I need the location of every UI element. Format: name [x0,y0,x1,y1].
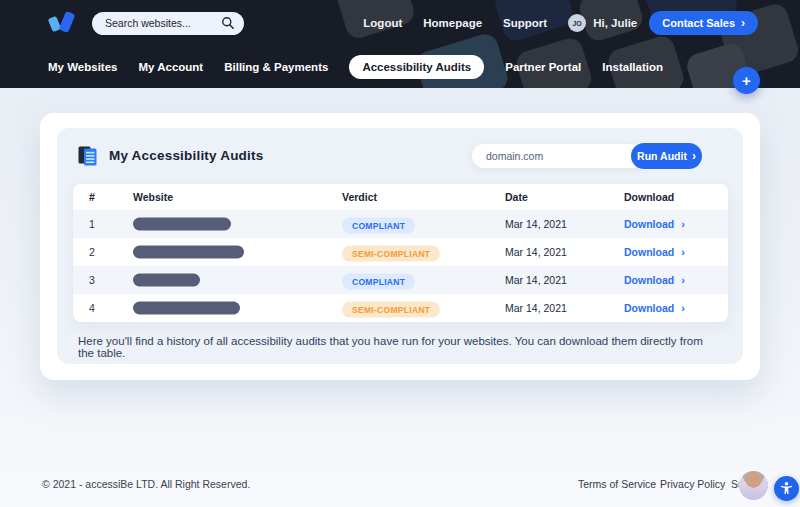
page: Logout Homepage Support JO Hi, Julie Con… [0,0,800,507]
search-input-pill[interactable] [92,12,244,35]
chevron-right-icon: › [692,150,696,162]
download-label: Download [624,246,674,258]
header-top-row: Logout Homepage Support JO Hi, Julie Con… [0,0,800,46]
chevron-right-icon: › [681,247,685,258]
audits-card-inner: My Accessibility Audits Run Audit › # We… [57,128,743,364]
nav-partner-portal[interactable]: Partner Portal [505,61,581,73]
col-download: Download [624,191,674,203]
download-label: Download [624,218,674,230]
audit-date: Mar 14, 2021 [505,274,567,286]
table-row: 3 COMPLIANT Mar 14, 2021 Download › [73,266,728,294]
col-date: Date [505,191,528,203]
privacy-policy-link[interactable]: Privacy Policy [660,478,725,490]
document-icon [77,145,99,167]
logout-link[interactable]: Logout [363,17,402,29]
chevron-right-icon: › [681,303,685,314]
website-placeholder-bar [133,246,244,259]
row-number: 1 [89,218,95,230]
search-icon [221,16,235,30]
nav-billing-payments[interactable]: Billing & Payments [224,61,328,73]
support-agent-avatar[interactable] [739,471,768,500]
nav-accessibility-audits[interactable]: Accessibility Audits [349,55,484,79]
terms-of-service-link[interactable]: Terms of Service [578,478,656,490]
audits-description: Here you'll find a history of all access… [78,335,715,359]
table-row: 1 COMPLIANT Mar 14, 2021 Download › [73,210,728,238]
col-verdict: Verdict [342,191,377,203]
user-greeting: Hi, Julie [593,17,637,29]
chevron-right-icon: › [681,275,685,286]
contact-sales-label: Contact Sales [662,17,735,29]
download-link[interactable]: Download › [624,274,685,286]
verdict-badge: SEMI-COMPLIANT [342,246,440,262]
chevron-right-icon: › [741,17,745,29]
website-placeholder-bar [133,274,200,287]
accessibility-person-icon [778,480,795,497]
download-link[interactable]: Download › [624,218,685,230]
row-number: 4 [89,302,95,314]
page-title: My Accessibility Audits [109,148,263,163]
verdict-badge: COMPLIANT [342,218,415,234]
website-placeholder-bar [133,218,231,231]
table-row: 2 SEMI-COMPLIANT Mar 14, 2021 Download › [73,238,728,266]
run-audit-controls: Run Audit › [472,143,702,169]
audit-date: Mar 14, 2021 [505,302,567,314]
header-links: Logout Homepage Support [363,17,547,29]
run-audit-button[interactable]: Run Audit › [631,143,702,169]
chevron-right-icon: › [681,219,685,230]
audit-date: Mar 14, 2021 [505,246,567,258]
support-link[interactable]: Support [503,17,547,29]
download-label: Download [624,274,674,286]
row-number: 3 [89,274,95,286]
nav-my-account[interactable]: My Account [138,61,203,73]
website-placeholder-bar [133,302,240,315]
accessibility-widget-button[interactable] [774,476,799,501]
verdict-badge: SEMI-COMPLIANT [342,302,440,318]
copyright-text: © 2021 - accessiBe LTD. All Right Reserv… [42,478,250,490]
audits-table: # Website Verdict Date Download 1 COMPLI… [73,184,728,322]
search-input[interactable] [105,17,221,29]
verdict-badge: COMPLIANT [342,274,415,290]
accessibe-logo-icon[interactable] [46,10,76,37]
main-nav: My Websites My Account Billing & Payment… [0,46,800,88]
download-link[interactable]: Download › [624,246,685,258]
contact-sales-button[interactable]: Contact Sales › [649,11,758,35]
col-website: Website [133,191,173,203]
user-avatar[interactable]: JO [568,14,586,32]
nav-installation[interactable]: Installation [602,61,663,73]
table-row: 4 SEMI-COMPLIANT Mar 14, 2021 Download › [73,294,728,322]
audits-card: My Accessibility Audits Run Audit › # We… [40,113,760,380]
audit-date: Mar 14, 2021 [505,218,567,230]
row-number: 2 [89,246,95,258]
nav-my-websites[interactable]: My Websites [48,61,117,73]
download-label: Download [624,302,674,314]
homepage-link[interactable]: Homepage [423,17,482,29]
download-link[interactable]: Download › [624,302,685,314]
add-button[interactable]: + [733,67,760,94]
domain-input[interactable] [472,144,644,168]
table-header-row: # Website Verdict Date Download [73,184,728,210]
col-number: # [89,191,95,203]
top-header: Logout Homepage Support JO Hi, Julie Con… [0,0,800,88]
run-audit-label: Run Audit [637,150,687,162]
